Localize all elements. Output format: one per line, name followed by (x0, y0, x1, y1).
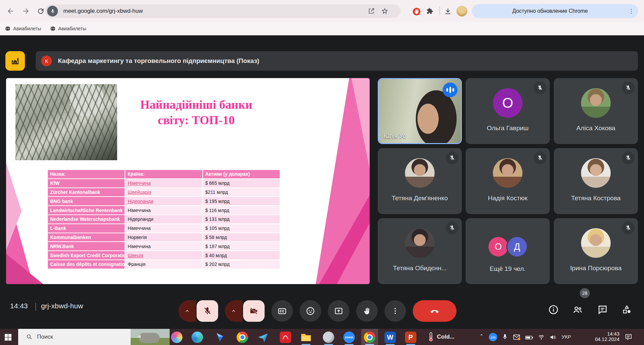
action-center-icon[interactable] (625, 333, 632, 341)
participant-tile[interactable]: Тетяна Дем'яненко (378, 148, 462, 214)
meeting-details-icon[interactable] (548, 304, 559, 315)
shared-slide: Найнадійніші банки світу: ТОП-10 Назва: … (6, 78, 370, 284)
end-call-button[interactable] (413, 300, 456, 322)
slide-title: Найнадійніші банки світу: ТОП-10 (117, 97, 275, 128)
mic-muted-icon (622, 151, 635, 164)
app-icon-paper-plane[interactable] (257, 332, 269, 343)
reactions-button[interactable] (300, 300, 321, 322)
camera-off-button[interactable] (243, 300, 265, 322)
tray-mic-icon[interactable] (502, 334, 508, 340)
url-text[interactable]: meet.google.com/grj-xbwd-huw (63, 4, 143, 18)
toolbar-separator (439, 7, 440, 15)
table-row: Swedish Export Credit CorporationШвеція$… (47, 251, 280, 260)
participant-name: Ольга Гавриш (466, 125, 550, 132)
table-row: KommunalbankenНорвегія$ 58 млрд (47, 233, 280, 242)
mic-muted-icon (622, 81, 635, 94)
table-row: KfWНімеччина$ 665 млрд (47, 179, 280, 188)
tray-language[interactable]: УКР (562, 329, 571, 345)
tray-clock[interactable]: 14:43 04.12.2024 (578, 331, 619, 342)
weather-icon[interactable] (428, 332, 434, 342)
mic-muted-icon (446, 221, 459, 234)
photos-app-icon[interactable] (171, 332, 182, 343)
edge-app-icon[interactable] (192, 332, 203, 343)
tray-zoom-icon[interactable]: zm (489, 333, 497, 341)
present-screen-button[interactable] (328, 300, 349, 322)
meeting-code: grj-xbwd-huw (41, 302, 83, 310)
mic-search-icon[interactable] (47, 6, 58, 16)
zoom-app-icon[interactable]: zoom (343, 332, 355, 343)
presenter-title: Кафедра маркетингу та торговельного підп… (58, 51, 259, 71)
chrome-update-button[interactable]: Доступно обновление Chrome ⋮ (472, 4, 638, 18)
overflow-participants-tile[interactable]: О Д Ещё 19 чел. (466, 218, 550, 284)
search-highlight-image (131, 329, 170, 345)
participant-tile[interactable]: Ірина Порсюрова (554, 218, 638, 284)
back-icon[interactable] (5, 6, 15, 16)
browser-menu-icon[interactable]: ⋮ (628, 8, 634, 15)
downloads-icon[interactable] (444, 7, 452, 15)
people-panel-icon[interactable] (572, 304, 583, 315)
table-row: Zürcher KantonalbankШвейцарія$211 млрд (47, 188, 280, 197)
presentation-app-icon[interactable] (5, 51, 25, 71)
activities-icon[interactable] (621, 304, 632, 315)
participant-tile[interactable]: Тетяна Кострова (554, 148, 638, 214)
word-app-icon[interactable]: W (384, 332, 396, 343)
avatar-photo (581, 88, 611, 118)
table-row: Landwirtschaftliche RentenbankНімеччина$… (47, 206, 280, 215)
raise-hand-button[interactable] (356, 300, 378, 322)
participant-tile[interactable]: Надія Костюк (466, 148, 550, 214)
chrome-app-icon[interactable] (237, 332, 248, 343)
bookmark-item[interactable]: Авиабилеты (50, 25, 86, 33)
participant-tile[interactable]: Аліса Хокова (554, 78, 638, 144)
file-explorer-icon[interactable] (300, 332, 312, 343)
url-bar[interactable]: meet.google.com/grj-xbwd-huw (45, 4, 401, 18)
globe-icon (5, 26, 11, 32)
avatar-photo (405, 228, 435, 258)
reload-icon[interactable] (36, 6, 46, 16)
globe-icon (50, 26, 56, 32)
avatar-photo (493, 158, 522, 188)
table-row: L-BankНімеччина$ 105 млрд (47, 224, 280, 233)
chrome-app-icon-active[interactable] (364, 332, 375, 343)
more-options-button[interactable] (384, 300, 406, 322)
app-icon-grey-circle[interactable] (323, 332, 334, 343)
acrobat-app-icon[interactable] (280, 332, 291, 343)
bookmark-star-icon[interactable] (381, 7, 388, 15)
participant-tile-speaking[interactable]: Юлія Ус (378, 78, 462, 144)
mic-muted-icon (534, 151, 546, 164)
open-in-new-icon[interactable] (368, 7, 375, 15)
bookmarks-bar: Авиабилеты Авиабилеты (0, 22, 644, 35)
participant-name: Надія Костюк (466, 195, 550, 202)
tray-mail-icon[interactable] (513, 334, 520, 340)
weather-label[interactable]: Cold... (437, 329, 454, 345)
mic-options-chevron[interactable] (178, 300, 196, 322)
mic-mute-button[interactable] (197, 300, 218, 322)
tray-date: 04.12.2024 (578, 337, 619, 342)
tray-network-icon[interactable] (538, 334, 545, 341)
participant-tile[interactable]: Тетяна Обидєнн... (378, 218, 462, 284)
avatar-initial: О (488, 237, 508, 256)
participant-tile[interactable]: О Ольга Гавриш (466, 78, 550, 144)
chat-panel-icon[interactable] (597, 304, 608, 315)
adblock-extension-icon[interactable] (412, 7, 420, 15)
presenter-avatar: К (41, 56, 52, 66)
profile-avatar[interactable] (456, 6, 467, 16)
chrome-update-label: Доступно обновление Chrome (472, 8, 628, 14)
participant-count-badge: 28 (580, 288, 590, 298)
powerpoint-app-icon[interactable]: P (405, 332, 416, 343)
bookmark-item[interactable]: Авиабилеты (5, 25, 41, 33)
start-button[interactable] (4, 333, 12, 341)
table-row: Nederlandse WaterschapsbankНідерланди$ 1… (47, 215, 280, 224)
app-icon-blue-kite[interactable] (214, 332, 226, 343)
presenter-header-bar[interactable]: К Кафедра маркетингу та торговельного пі… (36, 51, 638, 71)
taskbar-search-box[interactable]: Поиск (18, 329, 170, 345)
tray-battery-icon[interactable] (525, 335, 533, 340)
avatar-photo (405, 158, 435, 188)
tray-volume-icon[interactable] (549, 334, 556, 341)
camera-options-chevron[interactable] (225, 300, 242, 322)
meeting-separator (35, 303, 36, 311)
captions-button[interactable] (271, 300, 293, 322)
extensions-puzzle-icon[interactable] (426, 7, 434, 15)
tray-expand-chevron[interactable]: ⌃ (479, 333, 484, 339)
forward-icon[interactable] (21, 6, 31, 16)
meeting-clock: 14:43 (10, 302, 28, 310)
